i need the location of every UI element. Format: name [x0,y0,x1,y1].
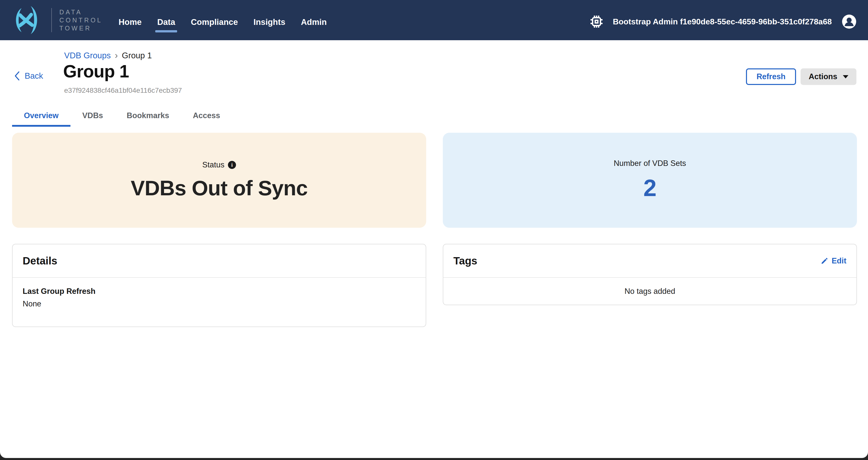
tab-bookmarks[interactable]: Bookmarks [115,111,181,127]
nav-item-compliance[interactable]: Compliance [191,18,238,27]
status-summary-card: Status i VDBs Out of Sync [12,133,426,228]
breadcrumb-current: Group 1 [122,51,152,60]
pencil-icon [821,257,828,264]
brand-line: DATA [59,8,102,16]
page-header: Back VDB Groups › Group 1 Group 1 e37f92… [0,40,868,104]
actions-label: Actions [809,72,837,81]
data-control-tower-logo-icon [8,5,44,35]
edit-label: Edit [832,256,846,265]
tags-card-body: No tags added [443,278,857,305]
brand-wordmark: DATA CONTROL TOWER [59,8,102,32]
chevron-down-icon [843,75,848,78]
brand-divider [51,8,52,32]
vdb-sets-summary-card: Number of VDB Sets 2 [443,133,857,228]
status-label-row: Status i [202,160,236,169]
chevron-left-icon [14,71,20,81]
nav-item-insights[interactable]: Insights [254,18,285,27]
nav-item-home[interactable]: Home [119,18,142,27]
navbar-right: Bootstrap Admin f1e90de8-55ec-4659-96bb-… [590,14,857,29]
refresh-button[interactable]: Refresh [746,68,796,85]
tab-access[interactable]: Access [181,111,232,127]
back-label: Back [25,71,43,81]
actions-button[interactable]: Actions [801,68,857,85]
vdb-sets-count: 2 [643,174,656,202]
main-nav: Home Data Compliance Insights Admin [119,18,327,27]
breadcrumb: VDB Groups › Group 1 [64,51,152,60]
user-label: Bootstrap Admin f1e90de8-55ec-4659-96bb-… [613,17,832,26]
page-title: Group 1 [63,61,129,81]
nav-item-admin[interactable]: Admin [301,18,327,27]
app-window: DATA CONTROL TOWER Home Data Compliance … [0,0,868,458]
details-card-header: Details [12,244,426,278]
tags-empty-text: No tags added [624,287,675,296]
tags-card: Tags Edit No tags added [443,244,857,305]
status-label: Status [202,160,224,169]
status-value: VDBs Out of Sync [131,176,308,200]
tab-bar: Overview VDBs Bookmarks Access [12,111,868,127]
chip-icon[interactable] [590,15,603,28]
info-icon[interactable]: i [228,161,236,169]
field-label-last-group-refresh: Last Group Refresh [23,287,415,296]
vdb-sets-label: Number of VDB Sets [614,159,686,168]
avatar-icon[interactable] [842,14,857,29]
edit-tags-button[interactable]: Edit [821,256,846,265]
details-card: Details Last Group Refresh None [12,244,426,327]
brand-line: TOWER [59,24,102,32]
breadcrumb-separator-icon: › [115,51,118,60]
header-buttons: Refresh Actions [746,68,857,85]
tab-vdbs[interactable]: VDBs [70,111,115,127]
entity-id: e37f924838cf46a1bf04e116c7ecb397 [64,87,182,95]
nav-item-data[interactable]: Data [157,18,175,27]
tags-card-header: Tags Edit [443,244,857,278]
details-title: Details [23,255,57,267]
detail-cards-row: Details Last Group Refresh None Tags Edi [12,244,857,327]
summary-cards-row: Status i VDBs Out of Sync Number of VDB … [12,133,857,228]
brand-line: CONTROL [59,16,102,24]
top-navbar: DATA CONTROL TOWER Home Data Compliance … [0,0,868,40]
tab-overview[interactable]: Overview [12,111,70,127]
vdb-sets-label-row: Number of VDB Sets [614,159,686,168]
back-button[interactable]: Back [14,71,43,81]
details-card-body: Last Group Refresh None [12,278,426,327]
field-value-last-group-refresh: None [23,299,415,308]
tags-title: Tags [453,255,477,267]
breadcrumb-vdb-groups-link[interactable]: VDB Groups [64,51,111,60]
brand: DATA CONTROL TOWER [8,5,102,35]
